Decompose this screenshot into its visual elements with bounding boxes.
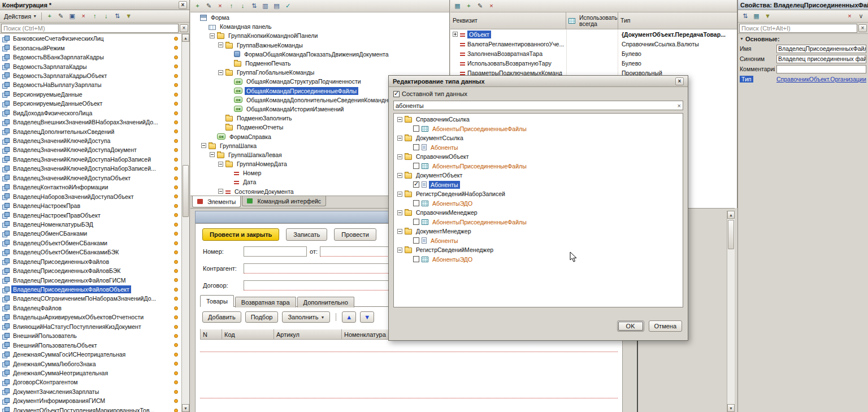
config-tree-item[interactable]: ВедомостьЗарплатаКадры	[0, 62, 181, 71]
collapse-expander-icon[interactable]	[210, 33, 215, 38]
type-item-checkbox[interactable]	[413, 163, 419, 169]
form-tree-item[interactable]: Командная панель	[190, 22, 449, 31]
type-group-row[interactable]: ДокументСсылка	[394, 133, 683, 143]
row-move-up-icon[interactable]: ▲	[342, 311, 356, 323]
config-tree-item[interactable]: ВладелецПрисоединенныхФайловОбъект	[0, 285, 181, 294]
config-tree-item[interactable]: ВладелецЗначенийКлючейДоступа	[0, 136, 181, 145]
form-tree-item[interactable]: ГруппаКнопкиКоманднойПанели	[190, 31, 449, 40]
use-always-cell[interactable]	[566, 59, 618, 68]
designer-tab-command-interface[interactable]: Командный интерфейс	[242, 196, 326, 206]
property-value-input[interactable]: ВладелецПрисоединенныхФайлов	[776, 45, 866, 53]
designer-tab-elements[interactable]: Элементы	[192, 196, 241, 207]
config-tree-item[interactable]: ВладелецВнешнихЗначенийВНаборахЗначенийД…	[0, 118, 181, 127]
type-item-checkbox[interactable]	[413, 181, 419, 188]
type-group-row[interactable]: СправочникСсылка	[394, 115, 683, 124]
collapse-icon[interactable]: ∨	[856, 11, 866, 21]
config-tree-item[interactable]: ВладелецСОграничениемПоНаборамЗначенийДо…	[0, 294, 181, 303]
type-item-row[interactable]: Абоненты	[394, 180, 683, 190]
properties-search-clear-button[interactable]: ×	[858, 24, 867, 32]
collapse-expander-icon[interactable]	[397, 248, 402, 253]
config-tree-item[interactable]: ВладелецНаборовЗначенийДоступаОбъект	[0, 192, 181, 201]
type-item-checkbox[interactable]	[413, 219, 419, 225]
grid-column-header[interactable]: N	[201, 329, 222, 340]
type-item-checkbox[interactable]	[413, 237, 419, 244]
type-item-row[interactable]: АбонентыПрисоединенныеФайлы	[394, 218, 683, 227]
edit-icon[interactable]: ✎	[55, 11, 66, 21]
add-icon[interactable]: +	[192, 1, 203, 11]
grid-button[interactable]: Добавить	[202, 311, 241, 323]
type-item-checkbox[interactable]	[413, 200, 419, 206]
scroll-thumb[interactable]	[183, 165, 189, 217]
move-down-icon[interactable]: ↓	[237, 1, 248, 11]
property-row[interactable]: ИмяВладелецПрисоединенныхФайлов	[738, 44, 868, 54]
config-tree-item[interactable]: ВладельцыАрхивируемыхОбъектовОтчетности	[0, 313, 181, 322]
type-item-row[interactable]: АбонентыЭДО	[394, 199, 683, 209]
config-tree-item[interactable]: ВладелецПрисоединенныхФайлов	[0, 257, 181, 266]
expand-icon[interactable]	[453, 32, 458, 37]
config-tree-item[interactable]: ДенежнаяСуммаГосИСНеотрицательная	[0, 350, 181, 359]
delete-icon[interactable]: ×	[78, 11, 89, 21]
date-input[interactable]	[320, 246, 389, 257]
config-tree-item[interactable]: ВладелецПрисоединенныхФайловГИСМ	[0, 275, 181, 284]
column-header-attribute[interactable]: Реквизит	[450, 12, 566, 29]
config-tree-item[interactable]: ДокументОбъектПоступленияМаркированныхТо…	[0, 406, 181, 412]
type-group-row[interactable]: ДокументМенеджер	[394, 227, 683, 236]
grid-fill-menu-button[interactable]: Заполнить▼	[282, 311, 330, 323]
config-tree-item[interactable]: ВладелецОбъектОбменСБанками	[0, 238, 181, 248]
delete-icon[interactable]: ×	[486, 1, 497, 11]
config-tree-item[interactable]: ВлияющийНаСтатусПоступленияКизДокумент	[0, 322, 181, 331]
collapse-expander-icon[interactable]	[397, 210, 402, 215]
dialog-close-button[interactable]: ×	[675, 77, 684, 85]
attribute-row[interactable]: ИспользоватьВозвратнуюТаруБулево	[450, 59, 737, 68]
sort-icon[interactable]: ⇅	[112, 11, 123, 21]
type-item-checkbox[interactable]	[413, 256, 419, 262]
layout-columns-icon[interactable]: ▥	[260, 1, 271, 11]
dialog-title-bar[interactable]: Редактирование типа данных ×	[389, 76, 688, 87]
column-header-type[interactable]: Тип	[618, 12, 737, 29]
type-item-row[interactable]: Абоненты	[394, 236, 683, 246]
move-up-icon[interactable]: ↑	[226, 1, 237, 11]
config-tree-item[interactable]: БезопасныйРежим	[0, 43, 181, 52]
column-header-use-always[interactable]: Использовать всегда	[566, 12, 618, 29]
post-and-close-button[interactable]: Провести и закрыть	[202, 228, 279, 241]
form-tab[interactable]: Товары	[200, 295, 234, 307]
grid-button[interactable]: Подбор	[245, 311, 279, 323]
dialog-ok-button[interactable]: OK	[617, 320, 644, 332]
config-tree-item[interactable]: ВерсионируемыеДанные	[0, 90, 181, 99]
property-value-link[interactable]: СправочникОбъект.Организации, Справочн	[776, 76, 866, 83]
config-tree-item[interactable]: БанковскиеСчетаФизическихЛиц	[0, 34, 181, 43]
type-group-row[interactable]: СправочникОбъект	[394, 152, 683, 162]
dialog-search-input[interactable]: абоненты ×	[393, 101, 683, 110]
sort-icon[interactable]: ⇅	[249, 1, 259, 11]
collapse-expander-icon[interactable]	[397, 173, 402, 178]
scroll-track[interactable]	[727, 219, 735, 404]
type-item-row[interactable]: Абоненты	[394, 143, 683, 153]
form-tree-item[interactable]: Форма	[190, 13, 449, 22]
type-item-checkbox[interactable]	[413, 144, 419, 150]
layout-rows-icon[interactable]: ▤	[271, 1, 282, 11]
check-form-icon[interactable]: ✓	[283, 1, 293, 11]
add-attribute-icon[interactable]: +	[463, 1, 474, 11]
filter-icon[interactable]: ▼	[123, 11, 134, 21]
collapse-expander-icon[interactable]	[218, 162, 223, 167]
type-group-row[interactable]: ДокументОбъект	[394, 171, 683, 180]
config-tree-item[interactable]: ВладелецОбменСБанками	[0, 229, 181, 238]
form-tab[interactable]: Дополнительно	[297, 297, 354, 307]
type-group-row[interactable]: РегистрСведенийМенеджер	[394, 245, 683, 255]
configuration-search-clear-button[interactable]: ×	[180, 24, 188, 32]
config-tree-item[interactable]: ВладелецЗначенийКлючейДоступаОбъект	[0, 174, 181, 183]
collapse-expander-icon[interactable]	[397, 192, 402, 197]
config-tree-item[interactable]: ДенежнаяСуммаЛюбогоЗнака	[0, 359, 181, 368]
attribute-row[interactable]: Объект{ДокументОбъект.ПередачаТовар...	[450, 29, 737, 39]
sort-order-icon[interactable]: ⇅	[740, 11, 750, 21]
config-tree-item[interactable]: ДоговорСКонтрагентом	[0, 378, 181, 387]
move-down-icon[interactable]: ↓	[101, 11, 111, 21]
preview-scrollbar[interactable]: ▲ ▼	[727, 211, 735, 412]
config-tree-item[interactable]: ВнешнийПользователь	[0, 331, 181, 340]
scroll-thumb[interactable]	[728, 220, 734, 249]
actions-menu-button[interactable]: Действия ▼	[2, 11, 39, 21]
config-tree-item[interactable]: ВнешнийПользовательОбъект	[0, 340, 181, 349]
config-tree-item[interactable]: ДенежнаяСуммаНеотрицательная	[0, 368, 181, 378]
scroll-down-icon[interactable]: ▼	[182, 404, 189, 412]
grid-settings-icon[interactable]: ▦	[452, 1, 463, 11]
